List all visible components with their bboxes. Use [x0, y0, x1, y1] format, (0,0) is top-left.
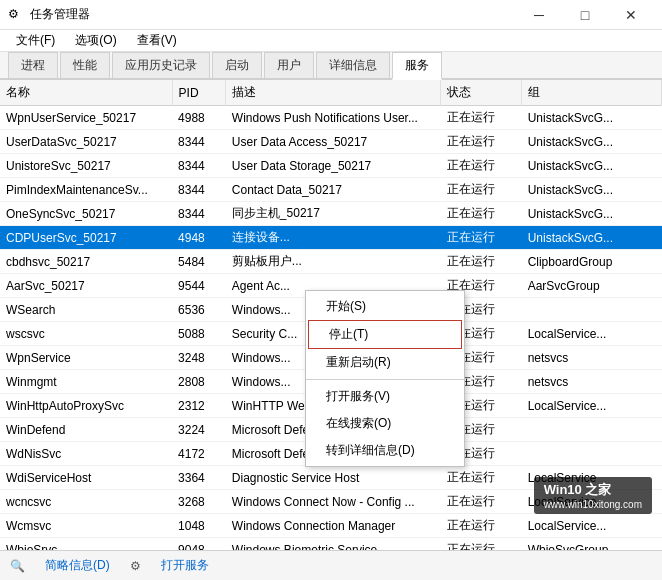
- cell-name: WSearch: [0, 298, 172, 322]
- cell-name: cbdhsvc_50217: [0, 250, 172, 274]
- cell-pid: 4988: [172, 106, 226, 130]
- tab-bar: 进程性能应用历史记录启动用户详细信息服务: [0, 52, 662, 80]
- cell-name: WpnUserService_50217: [0, 106, 172, 130]
- cell-group: netsvcs: [522, 346, 662, 370]
- cell-group: LocalService...: [522, 322, 662, 346]
- cell-group: AarSvcGroup: [522, 274, 662, 298]
- table-row[interactable]: Wcmsvc1048Windows Connection Manager正在运行…: [0, 514, 662, 538]
- open-services-icon: ⚙: [130, 559, 141, 573]
- cell-desc: 同步主机_50217: [226, 202, 441, 226]
- cell-desc: Windows Connect Now - Config ...: [226, 490, 441, 514]
- context-menu: 开始(S)停止(T)重新启动(R)打开服务(V)在线搜索(O)转到详细信息(D): [305, 290, 465, 467]
- tab-详细信息[interactable]: 详细信息: [316, 52, 390, 78]
- tab-性能[interactable]: 性能: [60, 52, 110, 78]
- cell-pid: 3224: [172, 418, 226, 442]
- cell-name: WbioSrvc: [0, 538, 172, 551]
- app-icon: ⚙: [8, 7, 24, 23]
- cell-desc: Contact Data_50217: [226, 178, 441, 202]
- table-row[interactable]: WbioSrvc9048Windows Biometric Service正在运…: [0, 538, 662, 551]
- cell-pid: 3248: [172, 346, 226, 370]
- open-services-link[interactable]: 打开服务: [161, 557, 209, 574]
- maximize-button[interactable]: □: [562, 0, 608, 30]
- cell-pid: 5484: [172, 250, 226, 274]
- table-row[interactable]: CDPUserSvc_502174948连接设备...正在运行UnistackS…: [0, 226, 662, 250]
- cell-name: Wcmsvc: [0, 514, 172, 538]
- watermark-line1: Win10 之家: [544, 482, 612, 497]
- cell-name: Winmgmt: [0, 370, 172, 394]
- cell-name: wscsvc: [0, 322, 172, 346]
- col-header-name: 名称: [0, 80, 172, 106]
- close-button[interactable]: ✕: [608, 0, 654, 30]
- cell-status: 正在运行: [441, 154, 522, 178]
- cell-pid: 4948: [172, 226, 226, 250]
- tab-进程[interactable]: 进程: [8, 52, 58, 78]
- cell-status: 正在运行: [441, 514, 522, 538]
- cell-desc: Windows Connection Manager: [226, 514, 441, 538]
- minimize-button[interactable]: ─: [516, 0, 562, 30]
- cell-group: [522, 418, 662, 442]
- cell-status: 正在运行: [441, 226, 522, 250]
- cell-name: PimIndexMaintenanceSv...: [0, 178, 172, 202]
- col-header-pid: PID: [172, 80, 226, 106]
- cell-desc: User Data Access_50217: [226, 130, 441, 154]
- table-row[interactable]: cbdhsvc_502175484剪贴板用户...正在运行ClipboardGr…: [0, 250, 662, 274]
- table-row[interactable]: UnistoreSvc_502178344User Data Storage_5…: [0, 154, 662, 178]
- cell-group: [522, 442, 662, 466]
- menu-item[interactable]: 文件(F): [8, 30, 63, 51]
- context-menu-item[interactable]: 转到详细信息(D): [306, 437, 464, 464]
- table-row[interactable]: UserDataSvc_502178344User Data Access_50…: [0, 130, 662, 154]
- cell-desc: Windows Biometric Service: [226, 538, 441, 551]
- cell-pid: 8344: [172, 202, 226, 226]
- col-header-group: 组: [522, 80, 662, 106]
- watermark: Win10 之家 www.win10xitong.com: [534, 477, 652, 514]
- context-menu-item[interactable]: 停止(T): [308, 320, 462, 349]
- context-menu-item[interactable]: 重新启动(R): [306, 349, 464, 376]
- menu-item[interactable]: 查看(V): [129, 30, 185, 51]
- table-row[interactable]: PimIndexMaintenanceSv...8344Contact Data…: [0, 178, 662, 202]
- cell-pid: 2808: [172, 370, 226, 394]
- cell-status: 正在运行: [441, 538, 522, 551]
- context-menu-item[interactable]: 在线搜索(O): [306, 410, 464, 437]
- menu-item[interactable]: 选项(O): [67, 30, 124, 51]
- cell-group: UnistackSvcG...: [522, 106, 662, 130]
- cell-desc: User Data Storage_50217: [226, 154, 441, 178]
- context-menu-item[interactable]: 打开服务(V): [306, 383, 464, 410]
- cell-pid: 5088: [172, 322, 226, 346]
- cell-pid: 2312: [172, 394, 226, 418]
- cell-name: UserDataSvc_50217: [0, 130, 172, 154]
- cell-name: WdiServiceHost: [0, 466, 172, 490]
- brief-info-link[interactable]: 简略信息(D): [45, 557, 110, 574]
- cell-group: LocalService...: [522, 394, 662, 418]
- main-content: 名称 PID 描述 状态 组 WpnUserService_502174988W…: [0, 80, 662, 550]
- col-header-status: 状态: [441, 80, 522, 106]
- status-bar: 🔍 简略信息(D) ⚙ 打开服务: [0, 550, 662, 580]
- cell-pid: 6536: [172, 298, 226, 322]
- cell-pid: 9048: [172, 538, 226, 551]
- title-bar: ⚙ 任务管理器 ─ □ ✕: [0, 0, 662, 30]
- cell-group: [522, 298, 662, 322]
- table-row[interactable]: WpnUserService_502174988Windows Push Not…: [0, 106, 662, 130]
- cell-status: 正在运行: [441, 202, 522, 226]
- cell-status: 正在运行: [441, 178, 522, 202]
- table-row[interactable]: OneSyncSvc_502178344同步主机_50217正在运行Unista…: [0, 202, 662, 226]
- cell-group: UnistackSvcG...: [522, 154, 662, 178]
- tab-用户[interactable]: 用户: [264, 52, 314, 78]
- context-menu-item[interactable]: 开始(S): [306, 293, 464, 320]
- cell-name: WinHttpAutoProxySvc: [0, 394, 172, 418]
- cell-group: WbioSvcGroup: [522, 538, 662, 551]
- cell-desc: Windows Push Notifications User...: [226, 106, 441, 130]
- cell-group: ClipboardGroup: [522, 250, 662, 274]
- cell-desc: Diagnostic Service Host: [226, 466, 441, 490]
- table-header: 名称 PID 描述 状态 组: [0, 80, 662, 106]
- cell-name: OneSyncSvc_50217: [0, 202, 172, 226]
- cell-pid: 3268: [172, 490, 226, 514]
- cell-desc: 剪贴板用户...: [226, 250, 441, 274]
- cell-desc: 连接设备...: [226, 226, 441, 250]
- cell-status: 正在运行: [441, 250, 522, 274]
- tab-启动[interactable]: 启动: [212, 52, 262, 78]
- cell-pid: 8344: [172, 154, 226, 178]
- tab-应用历史记录[interactable]: 应用历史记录: [112, 52, 210, 78]
- brief-info-icon: 🔍: [10, 559, 25, 573]
- tab-服务[interactable]: 服务: [392, 52, 442, 80]
- cell-name: WdNisSvc: [0, 442, 172, 466]
